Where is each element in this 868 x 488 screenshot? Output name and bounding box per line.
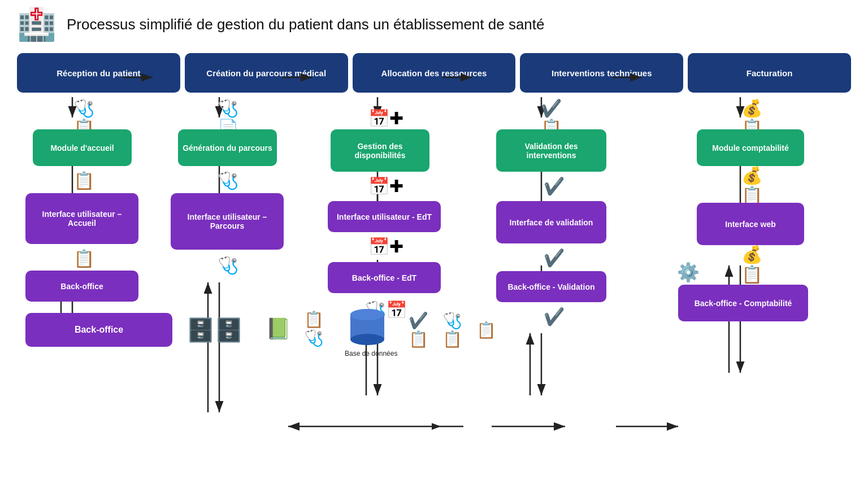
green-box-parcours: Génération du parcours <box>178 129 277 166</box>
small-icon-1: 📋🩺 <box>297 312 331 346</box>
icon-check-4: ✔️ <box>537 305 571 328</box>
green-box-comptabilite: Module comptabilité <box>697 129 804 166</box>
small-icon-stethoscope-bottom: 🩺📋 <box>435 313 469 347</box>
purple-box-parcours: Interface utilisateur – Parcours <box>171 193 284 250</box>
purple-box-backoffice: Back-office <box>25 271 138 302</box>
db-icon-2: 🗄️ <box>209 310 249 350</box>
icon-clipboard-2: 📋 <box>64 169 103 191</box>
green-box-validation: Validation des interventions <box>496 129 606 172</box>
purple-box-validation: Interface de validation <box>496 201 606 243</box>
blue-box-facturation: Facturation <box>688 53 851 93</box>
purple-box-accueil: Interface utilisateur – Accueil <box>25 193 138 244</box>
green-box-accueil: Module d'accueil <box>33 129 132 166</box>
excel-icon: 📗 <box>263 312 294 346</box>
diagram-container: 🏥 Processus simplifié de gestion du pati… <box>0 0 868 488</box>
title-row: 🏥 Processus simplifié de gestion du pati… <box>17 6 857 43</box>
main-title: Processus simplifié de gestion du patien… <box>67 16 545 33</box>
hospital-icon: 🏥 <box>17 6 57 43</box>
icon-check-2: ✔️ <box>537 175 571 197</box>
top-boxes-row: Réception du patient Création du parcour… <box>11 53 857 93</box>
large-db-icon: Base de données <box>345 304 397 358</box>
icon-invoice-1: 💰📋 <box>732 107 771 129</box>
purple-box-interface-web: Interface web <box>697 203 804 245</box>
db-label: Base de données <box>345 350 397 358</box>
gear-icon: ⚙️ <box>672 256 704 287</box>
icon-calendar-2: 📅✚ <box>366 175 406 197</box>
purple-box-backoffice-bottom: Back-office <box>25 313 172 347</box>
svg-point-36 <box>350 309 384 320</box>
purple-box-backoffice-edt: Back-office - EdT <box>328 262 441 293</box>
icon-clipboard-3: 📋 <box>64 247 103 269</box>
icon-invoice-3: 💰📋 <box>732 250 771 279</box>
small-icon-check-bottom: ✔️📋 <box>401 313 435 347</box>
icon-calendar-1: 📅✚ <box>366 107 406 129</box>
purple-box-edt: Interface utilisateur - EdT <box>328 201 441 232</box>
blue-box-creation: Création du parcours médical <box>185 53 348 93</box>
green-box-disponibilites: Gestion des disponibilités <box>331 129 429 172</box>
blue-box-interventions: Interventions techniques <box>520 53 683 93</box>
icon-check-1: ✔️📋 <box>531 107 571 129</box>
icon-check-3: ✔️ <box>537 246 571 269</box>
purple-box-backoffice-validation: Back-office - Validation <box>496 271 606 302</box>
icon-calendar-3: 📅✚ <box>366 235 406 258</box>
icon-medical-clipboard-1: 🩺📋 <box>64 107 103 129</box>
icon-stethoscope-2: 🩺 <box>208 169 248 191</box>
purple-box-backoffice-comptabilite: Back-office - Comptabilité <box>678 285 808 321</box>
icon-stethoscope-3: 🩺 <box>208 254 248 276</box>
small-icon-clipboard-bottom: 📋 <box>469 313 503 347</box>
icon-invoice-2: 💰📋 <box>732 171 771 200</box>
icon-stethoscope-1: 🩺📄 <box>208 107 248 129</box>
diagram-area: 🩺📋 Module d'accueil 📋 Interface utilisat… <box>11 93 857 477</box>
blue-box-allocation: Allocation des ressources <box>353 53 516 93</box>
svg-point-35 <box>350 334 384 345</box>
blue-box-reception: Réception du patient <box>17 53 180 93</box>
